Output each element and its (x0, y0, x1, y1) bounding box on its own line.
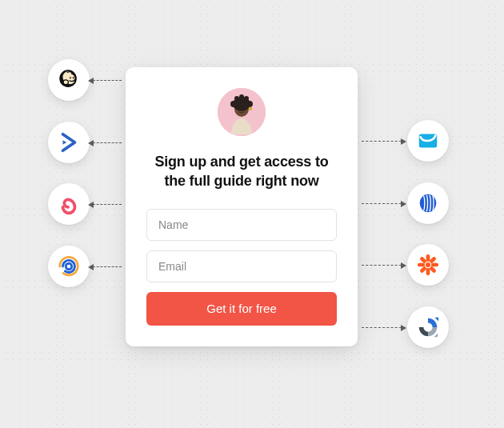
activecampaign-icon (48, 122, 90, 163)
arrow-activecampaign (93, 142, 122, 143)
stage: Sign up and get access to the full guide… (0, 0, 504, 428)
getresponse-icon (407, 120, 449, 162)
arrow-getresponse (362, 141, 402, 142)
svg-point-24 (234, 96, 239, 101)
arrow-mailchimp (93, 80, 122, 81)
recaptcha-icon (407, 306, 449, 348)
email-input[interactable] (146, 250, 337, 282)
svg-point-27 (249, 107, 252, 110)
arrow-zapier (362, 265, 402, 266)
svg-point-2 (70, 77, 71, 78)
constantcontact-icon (48, 246, 90, 287)
svg-point-25 (244, 96, 249, 101)
svg-point-3 (73, 77, 74, 78)
zapier-icon (407, 244, 449, 286)
svg-rect-10 (431, 263, 438, 267)
name-input[interactable] (146, 209, 337, 241)
arrow-convertkit (93, 204, 122, 205)
arrow-aweber (362, 203, 402, 204)
svg-point-4 (66, 263, 72, 270)
svg-rect-7 (426, 254, 430, 262)
svg-point-16 (426, 262, 430, 267)
svg-point-26 (239, 94, 244, 99)
svg-rect-8 (426, 268, 430, 275)
signup-card: Sign up and get access to the full guide… (126, 67, 358, 346)
convertkit-icon (48, 183, 90, 225)
submit-button[interactable]: Get it for free (146, 292, 337, 326)
aweber-icon (407, 182, 449, 224)
mailchimp-icon (48, 59, 90, 101)
svg-marker-17 (434, 318, 438, 322)
headline: Sign up and get access to the full guide… (146, 152, 337, 191)
arrow-constantcontact (93, 266, 122, 267)
svg-point-22 (230, 101, 237, 107)
arrow-recaptcha (362, 327, 402, 328)
svg-point-23 (246, 101, 253, 107)
svg-rect-9 (418, 263, 425, 267)
avatar (218, 88, 266, 136)
svg-marker-18 (434, 334, 438, 338)
svg-point-1 (63, 80, 68, 85)
